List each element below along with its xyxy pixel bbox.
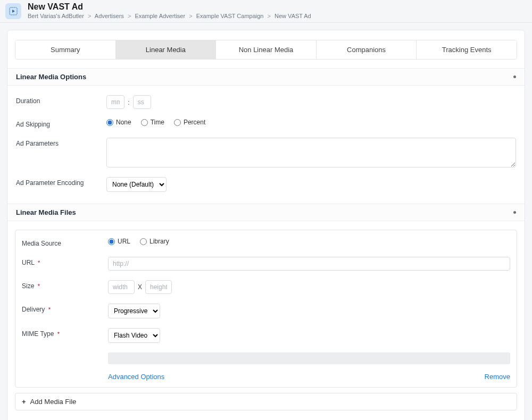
main-card: Summary Linear Media Non Linear Media Co… [7,30,525,420]
section-menu-icon[interactable] [513,211,516,214]
required-marker: * [38,283,40,289]
radio-library[interactable] [140,238,147,245]
tab-non-linear-media[interactable]: Non Linear Media [216,40,317,59]
section-body-files: Media Source URL Library URL * Siz [7,221,525,410]
breadcrumb-item: New VAST Ad [275,13,311,19]
tab-tracking-events[interactable]: Tracking Events [417,40,517,59]
add-media-file-label: Add Media File [30,398,77,406]
required-marker: * [38,259,40,266]
ad-skipping-radio-group: None Time Percent [106,119,516,126]
height-input[interactable] [145,280,172,294]
radio-option[interactable]: URL [108,238,130,245]
label-media-source: Media Source [22,238,108,247]
radio-option[interactable]: Time [141,119,164,126]
tab-bar: Summary Linear Media Non Linear Media Co… [15,40,517,60]
remove-file-link[interactable]: Remove [485,373,510,381]
size-separator: X [138,283,142,291]
radio-percent[interactable] [174,119,181,126]
url-input[interactable] [108,257,510,271]
radio-none[interactable] [106,119,113,126]
required-marker: * [57,331,60,337]
file-placeholder-bar [108,352,510,364]
label-encoding: Ad Parameter Encoding [16,177,106,187]
section-body-options: Duration : Ad Skipping None Time Percent… [7,86,525,204]
radio-option[interactable]: None [106,119,131,126]
breadcrumb-item[interactable]: Advertisers [95,13,124,19]
ad-parameters-textarea[interactable] [106,138,516,167]
radio-option[interactable]: Library [140,238,169,245]
tab-summary[interactable]: Summary [15,40,116,59]
breadcrumb-item[interactable]: Example Advertiser [135,13,185,19]
duration-minutes-input[interactable] [106,95,124,109]
radio-url[interactable] [108,238,115,245]
media-file-card: Media Source URL Library URL * Siz [15,230,517,388]
section-menu-icon[interactable] [513,75,516,78]
label-delivery: Delivery [22,306,45,313]
breadcrumb-item[interactable]: Example VAST Campaign [196,13,264,19]
delivery-select[interactable]: Progressive [108,304,160,318]
plus-icon: + [22,398,26,406]
duration-seconds-input[interactable] [133,95,151,109]
advanced-options-link[interactable]: Advanced Options [108,373,164,381]
label-size: Size [22,282,34,290]
tab-companions[interactable]: Companions [317,40,417,59]
section-title: Linear Media Files [16,208,76,216]
label-mime: MIME Type [22,330,54,338]
breadcrumb-item[interactable]: Bert Varias's AdButler [28,13,84,19]
mime-select[interactable]: Flash Video [108,328,160,343]
section-title: Linear Media Options [16,73,86,81]
label-url: URL [22,259,35,266]
width-input[interactable] [108,280,135,294]
radio-time[interactable] [141,119,148,126]
required-marker: * [48,306,51,313]
radio-option[interactable]: Percent [174,119,205,126]
label-ad-skipping: Ad Skipping [16,119,106,128]
play-icon [9,7,18,15]
media-source-radio-group: URL Library [108,238,510,245]
section-header-files: Linear Media Files [7,204,525,221]
tab-linear-media[interactable]: Linear Media [116,40,217,59]
page-header: New VAST Ad Bert Varias's AdButler > Adv… [0,0,532,23]
section-header-options: Linear Media Options [7,68,525,86]
label-duration: Duration [16,95,106,105]
encoding-select[interactable]: None (Default) [106,177,167,192]
breadcrumb: Bert Varias's AdButler > Advertisers > E… [28,13,311,19]
vast-ad-icon [5,3,21,19]
add-media-file-button[interactable]: + Add Media File [15,393,517,410]
label-ad-parameters: Ad Parameters [16,138,106,147]
page-title: New VAST Ad [28,2,311,12]
